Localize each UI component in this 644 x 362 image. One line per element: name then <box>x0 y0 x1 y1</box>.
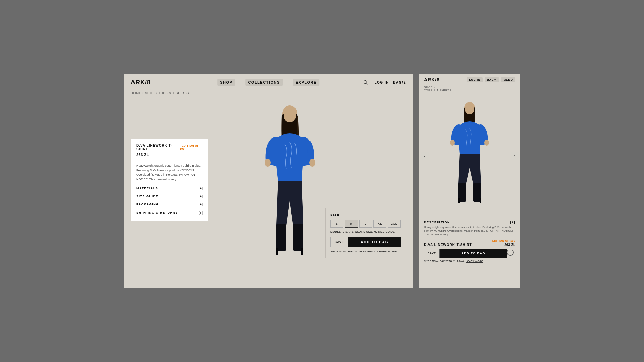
right-log-in[interactable]: LOG IN <box>467 77 483 82</box>
section-shipping[interactable]: SHIPPING & RETURNS [+] <box>136 208 203 217</box>
right-product-price: 263 ZL <box>504 243 515 247</box>
right-product-name-row: D.VA LINEWORK T-SHIRT 263 ZL <box>424 243 515 247</box>
svg-point-15 <box>484 140 489 146</box>
save-button[interactable]: SAVE <box>330 237 348 247</box>
svg-rect-8 <box>293 224 303 251</box>
right-product-info: DESCRIPTION [+] Heavyweight organic cott… <box>419 218 520 265</box>
product-price: 263 ZL <box>136 153 203 157</box>
right-breadcrumb: SHOP › TOPS & T-SHIRTS <box>419 86 520 94</box>
bag-button[interactable]: BAG/2 <box>393 81 406 84</box>
svg-line-1 <box>367 83 368 85</box>
right-panel: ARK/8 LOG IN BAG/4 MENU SHOP › TOPS & T-… <box>419 74 520 288</box>
section-materials-label: MATERIALS <box>136 187 158 190</box>
right-menu[interactable]: MENU <box>501 77 515 82</box>
product-name-row: D.VA LINEWORK T-SHIRT • EDITION OF 199 <box>136 144 203 151</box>
right-nav: LOG IN BAG/4 MENU <box>467 77 515 82</box>
svg-point-14 <box>450 140 455 146</box>
next-image-button[interactable]: › <box>511 152 519 160</box>
description-text: Heavyweight organic cotton jersey t-shir… <box>136 164 203 182</box>
section-packaging-label: PACKAGING <box>136 203 159 206</box>
svg-point-0 <box>364 81 367 84</box>
right-save-button[interactable]: SAVE <box>424 249 440 258</box>
left-header: ARK/8 SHOP COLLECTIONS EXPLORE LOG IN BA… <box>124 74 413 91</box>
svg-point-5 <box>265 159 271 167</box>
prev-image-button[interactable]: ‹ <box>421 152 429 160</box>
size-label: SIZE <box>330 213 401 216</box>
nav-center: SHOP COLLECTIONS EXPLORE <box>217 79 319 86</box>
nav-explore[interactable]: EXPLORE <box>293 79 319 86</box>
product-info-card: D.VA LINEWORK T-SHIRT • EDITION OF 199 2… <box>131 139 208 221</box>
svg-point-13 <box>465 104 474 114</box>
svg-rect-18 <box>458 198 460 203</box>
model-info: MODEL IS 177 & WEARS SIZE M. SIZE GUIDE <box>330 230 401 233</box>
svg-rect-7 <box>276 224 286 251</box>
search-icon[interactable] <box>361 78 370 87</box>
left-panel: ARK/8 SHOP COLLECTIONS EXPLORE LOG IN BA… <box>124 74 413 288</box>
right-logo[interactable]: ARK/8 <box>424 77 440 82</box>
nav-collections[interactable]: COLLECTIONS <box>245 79 282 86</box>
right-product-name: D.VA LINEWORK T-SHIRT <box>424 243 472 247</box>
size-buttons: S M L XL 2XL <box>330 220 401 228</box>
product-name: D.VA LINEWORK T-SHIRT <box>136 144 180 151</box>
svg-rect-19 <box>480 198 481 203</box>
divider <box>136 160 203 160</box>
add-to-bag-button[interactable]: ADD TO BAG <box>348 237 401 247</box>
size-s[interactable]: S <box>330 220 343 228</box>
right-klarna-info: SHOP NOW. PAY WITH Klarna. LEARN MORE <box>424 260 515 262</box>
size-2xl[interactable]: 2XL <box>388 220 401 228</box>
size-xl[interactable]: XL <box>373 220 386 228</box>
section-materials[interactable]: MATERIALS [+] <box>136 184 203 192</box>
right-add-to-bag-button[interactable]: ADD TO BAG <box>440 249 507 258</box>
section-size-guide-toggle: [+] <box>198 194 203 198</box>
section-packaging-toggle: [+] <box>198 202 203 206</box>
loading-spinner <box>507 249 514 256</box>
section-size-guide[interactable]: SIZE GUIDE [+] <box>136 192 203 200</box>
section-shipping-label: SHIPPING & RETURNS <box>136 211 178 214</box>
size-m[interactable]: M <box>345 220 358 228</box>
size-panel: SIZE S M L XL 2XL MODEL IS 177 & WEARS S… <box>325 208 406 258</box>
log-in-button[interactable]: LOG IN <box>374 81 389 84</box>
edition-badge: • EDITION OF 199 <box>180 144 203 150</box>
section-size-guide-label: SIZE GUIDE <box>136 195 158 198</box>
svg-point-6 <box>309 159 315 167</box>
section-shipping-toggle: [+] <box>198 210 203 215</box>
size-l[interactable]: L <box>359 220 372 228</box>
right-description-text: Heavyweight organic cotton jersey t-shir… <box>424 225 515 237</box>
section-materials-toggle: [+] <box>198 186 203 190</box>
svg-rect-10 <box>301 248 303 255</box>
klarna-info: SHOP NOW. PAY WITH Klarna. LEARN MORE <box>330 250 401 253</box>
right-edition-row: • EDITION OF 199 <box>424 239 515 242</box>
right-description-label: DESCRIPTION [+] <box>424 221 515 224</box>
nav-shop[interactable]: SHOP <box>217 79 235 86</box>
add-to-bag-row: SAVE ADD TO BAG <box>330 237 401 247</box>
right-klarna-learn-link[interactable]: LEARN MORE <box>466 260 483 262</box>
right-add-bag-row: SAVE ADD TO BAG <box>424 249 515 258</box>
right-model-image: ‹ › <box>419 94 520 218</box>
logo[interactable]: ARK/8 <box>131 79 151 86</box>
svg-rect-9 <box>276 248 278 255</box>
right-edition-badge: • EDITION OF 199 <box>490 239 515 242</box>
size-guide-link[interactable]: SIZE GUIDE <box>378 230 395 233</box>
klarna-learn-link[interactable]: LEARN MORE <box>377 250 397 253</box>
right-bag[interactable]: BAG/4 <box>485 77 499 82</box>
section-packaging[interactable]: PACKAGING [+] <box>136 200 203 208</box>
right-header: ARK/8 LOG IN BAG/4 MENU <box>419 74 520 86</box>
svg-point-4 <box>284 109 296 122</box>
nav-right: LOG IN BAG/2 <box>361 78 406 87</box>
